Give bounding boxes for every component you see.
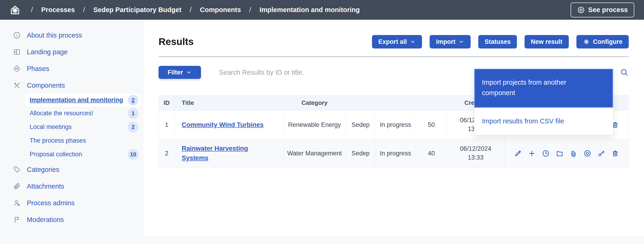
breadcrumb-item[interactable]: Sedep Participatory Budget — [93, 6, 181, 14]
sidebar-item-landing-page[interactable]: Landing page — [0, 44, 144, 60]
cell-id: 2 — [159, 139, 175, 168]
column-header — [375, 95, 416, 111]
button-label: Statuses — [484, 38, 511, 45]
gear-icon — [583, 38, 590, 45]
column-header — [416, 95, 447, 111]
sidebar-item-phases[interactable]: Phases — [0, 60, 144, 77]
button-label: Configure — [593, 38, 623, 45]
sidebar-item-categories[interactable]: Categories — [0, 161, 144, 178]
divider — [158, 56, 629, 57]
column-header — [346, 95, 375, 111]
import-dropdown-menu: Import projects from another component I… — [474, 69, 613, 135]
sidebar-item-label: Moderations — [27, 216, 64, 224]
see-process-button[interactable]: See process — [570, 3, 634, 17]
chevron-down-icon — [186, 69, 192, 75]
result-title-link[interactable]: Rainwater Harvesting Systems — [182, 145, 248, 161]
sidebar-subitem-allocate-the-resources-[interactable]: Allocate the resources! 1 — [26, 106, 141, 120]
sidebar-subitem-implementation-and-monitoring[interactable]: Implementation and monitoring 2 — [26, 94, 141, 106]
statuses-button[interactable]: Statuses — [478, 35, 517, 49]
landing-page-icon — [13, 48, 21, 56]
info-icon — [13, 31, 21, 39]
sidebar-item-about-this-process[interactable]: About this process — [0, 27, 144, 44]
breadcrumb-item[interactable]: Processes — [41, 6, 75, 14]
breadcrumb-separator: / — [249, 6, 251, 14]
filter-label: Filter — [168, 69, 183, 76]
clock-icon[interactable] — [542, 150, 550, 157]
sidebar-item-moderations[interactable]: Moderations — [0, 211, 144, 228]
sidebar-subitem-label: The process phases — [30, 137, 86, 144]
cell-status: In progress — [375, 139, 416, 168]
import-menu-item[interactable]: Import results from CSV file — [474, 108, 613, 135]
components-icon — [13, 81, 21, 89]
chevron-down-icon — [410, 39, 416, 45]
sidebar-subitem-proposal-collection[interactable]: Proposal collection 10 — [26, 148, 141, 161]
new-result-button[interactable]: New result — [524, 35, 569, 49]
cell-progress: 50 — [416, 111, 447, 139]
breadcrumb-separator: / — [31, 6, 33, 14]
sidebar-item-label: About this process — [27, 32, 82, 39]
count-badge: 2 — [128, 95, 138, 105]
folder-icon[interactable] — [556, 150, 564, 157]
count-badge: 2 — [128, 122, 138, 133]
breadcrumb-home[interactable] — [10, 5, 20, 15]
sidebar-item-components[interactable]: Components — [0, 77, 144, 94]
button-label: Import — [436, 38, 455, 45]
components-sublist: Implementation and monitoring 2 Allocate… — [26, 94, 141, 161]
button-label: Export all — [378, 38, 407, 45]
breadcrumb: /Processes/Sedep Participatory Budget/Co… — [23, 6, 360, 14]
cell-scope: Sedep — [346, 111, 375, 139]
import-menu-item[interactable]: Import projects from another component — [474, 69, 613, 108]
sidebar-subitem-the-process-phases[interactable]: The process phases — [26, 134, 141, 148]
count-badge: 1 — [128, 108, 138, 119]
cell-category: Renewable Energy — [283, 111, 346, 139]
main-content: Results Export all Import Statuses New r… — [144, 20, 644, 236]
chevron-down-icon — [458, 39, 464, 45]
process-admins-icon — [13, 199, 21, 207]
attachment-icon[interactable] — [570, 150, 577, 157]
topbar: /Processes/Sedep Participatory Budget/Co… — [0, 0, 644, 20]
footer-strip — [0, 236, 644, 244]
preview-icon[interactable] — [584, 150, 591, 157]
sidebar-subitem-label: Proposal collection — [30, 151, 82, 158]
see-process-label: See process — [588, 6, 628, 14]
cell-category: Water Management — [283, 139, 346, 168]
permissions-icon[interactable] — [598, 150, 605, 157]
import-button[interactable]: Import — [430, 35, 470, 49]
cell-status: In progress — [375, 111, 416, 139]
column-header-category: Category — [283, 95, 346, 111]
cell-id: 1 — [159, 111, 175, 139]
sidebar-item-label: Categories — [27, 166, 59, 174]
search-icon[interactable] — [620, 68, 629, 77]
sidebar-item-process-admins[interactable]: Process admins — [0, 195, 144, 211]
attachments-icon — [13, 182, 21, 190]
column-header-title: Title — [174, 95, 283, 111]
table-row: 2 Rainwater Harvesting Systems Water Man… — [159, 139, 629, 168]
breadcrumb-item[interactable]: Implementation and monitoring — [260, 6, 360, 14]
home-gear-icon — [10, 5, 20, 15]
sidebar-subitem-local-meetings[interactable]: Local meetings 2 — [26, 120, 141, 134]
sidebar-item-attachments[interactable]: Attachments — [0, 178, 144, 195]
sidebar-subitem-label: Allocate the resources! — [30, 110, 93, 117]
cell-title: Community Wind Turbines — [174, 111, 283, 139]
phases-icon — [13, 65, 21, 73]
page-title: Results — [158, 36, 194, 47]
result-title-link[interactable]: Community Wind Turbines — [182, 121, 264, 128]
cell-created: 06/12/2024 13:33 — [447, 139, 505, 168]
cell-scope: Sedep — [346, 139, 375, 168]
breadcrumb-item[interactable]: Components — [200, 6, 241, 14]
sidebar-item-label: Process admins — [27, 199, 74, 207]
edit-icon[interactable] — [514, 150, 522, 157]
configure-button[interactable]: Configure — [576, 35, 629, 49]
sidebar-item-label: Phases — [27, 65, 49, 73]
cell-progress: 40 — [416, 139, 447, 168]
delete-icon[interactable] — [611, 150, 619, 157]
cell-actions — [505, 139, 629, 168]
sidebar-subitem-label: Local meetings — [30, 124, 72, 131]
filter-button[interactable]: Filter — [158, 66, 201, 79]
eye-icon — [577, 6, 585, 14]
sidebar-subitem-label: Implementation and monitoring — [30, 96, 123, 104]
categories-icon — [13, 166, 21, 174]
export-all-button[interactable]: Export all — [372, 35, 422, 49]
add-icon[interactable] — [528, 150, 536, 157]
sidebar-item-label: Attachments — [27, 183, 64, 190]
